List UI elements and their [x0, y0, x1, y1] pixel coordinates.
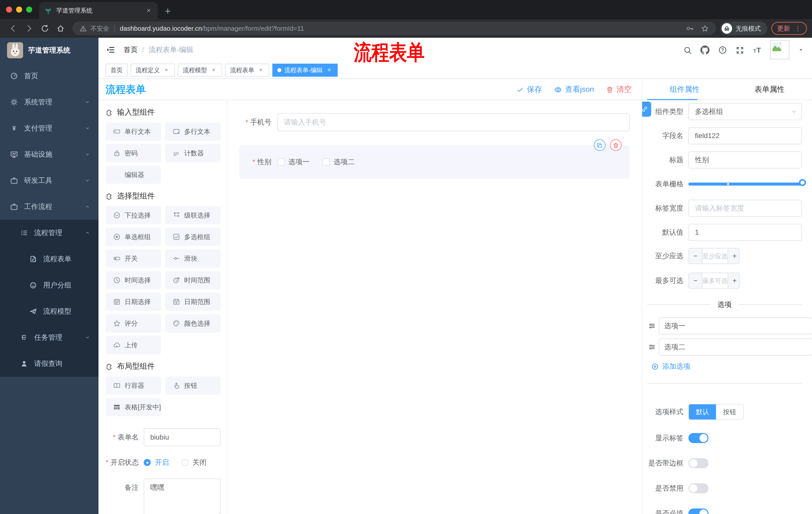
component-switch[interactable]: 开关: [106, 249, 161, 268]
checkbox-option-2[interactable]: 选项二: [323, 157, 355, 167]
stepper-minus-button[interactable]: −: [689, 248, 702, 264]
close-tag-icon[interactable]: ×: [257, 66, 264, 74]
sidebar-item-payment-mgmt[interactable]: ¥支付管理: [0, 115, 98, 141]
sidebar-item-home[interactable]: 首页: [0, 63, 98, 89]
component-color-picker[interactable]: 颜色选择: [165, 314, 221, 332]
fullscreen-icon[interactable]: [736, 45, 744, 55]
sidebar-item-process-mgmt[interactable]: 流程管理: [0, 220, 98, 246]
component-date-range[interactable]: 日期范围: [165, 293, 221, 311]
component-checkbox-group[interactable]: 多选框组: [165, 228, 221, 246]
max-select-value[interactable]: 最多可选: [702, 273, 728, 288]
duplicate-field-button[interactable]: [594, 139, 606, 151]
delete-field-button[interactable]: [610, 139, 621, 151]
browser-update-button[interactable]: 更新 ⋮: [771, 22, 807, 35]
bookmark-star-icon[interactable]: [701, 24, 709, 32]
close-tab-icon[interactable]: ×: [145, 6, 153, 15]
sidebar-item-process-model[interactable]: 流程模型: [0, 298, 98, 324]
component-slider[interactable]: 滑块: [165, 249, 221, 268]
component-time-range[interactable]: 时间范围: [165, 271, 221, 289]
default-value-input[interactable]: [688, 224, 802, 241]
breadcrumb-home[interactable]: 首页: [124, 45, 138, 55]
option-label-input[interactable]: [659, 339, 812, 356]
drag-handle-icon[interactable]: [648, 343, 656, 351]
component-row-container[interactable]: 行容器: [106, 376, 161, 395]
address-bar[interactable]: 不安全 dashboard.yudao.iocoder.cn/bpm/manag…: [72, 22, 716, 35]
close-window-button[interactable]: [6, 6, 12, 12]
close-tag-icon[interactable]: ×: [210, 66, 217, 74]
form-grid-slider[interactable]: [688, 175, 802, 193]
component-table[interactable]: 表格[开发中]: [106, 398, 161, 416]
sidebar-item-system-mgmt[interactable]: 系统管理: [0, 89, 98, 115]
toggle-disabled[interactable]: [688, 483, 708, 493]
new-tab-button[interactable]: +: [165, 6, 171, 16]
font-size-icon[interactable]: TT: [753, 45, 762, 55]
radio-status-on[interactable]: 开启: [144, 458, 169, 467]
github-icon[interactable]: [700, 45, 709, 55]
component-counter[interactable]: 123计数器: [165, 144, 221, 162]
field-phone[interactable]: 手机号: [239, 113, 630, 131]
search-icon[interactable]: [684, 45, 692, 55]
option-label-input[interactable]: [659, 317, 812, 334]
key-icon[interactable]: [686, 24, 694, 32]
window-controls[interactable]: [0, 0, 39, 19]
toggle-with-border[interactable]: [688, 458, 708, 468]
toggle-show-label[interactable]: [688, 433, 708, 443]
stepper-minus-button[interactable]: −: [689, 273, 702, 288]
add-option-button[interactable]: 添加选项: [651, 361, 802, 371]
tag-process-form-edit[interactable]: 流程表单-编辑×: [272, 64, 338, 77]
component-button[interactable]: 按钮: [165, 376, 221, 395]
help-icon[interactable]: ?: [718, 45, 727, 55]
sidebar-item-dev-tools[interactable]: 研发工具: [0, 167, 98, 194]
reload-icon[interactable]: [41, 24, 49, 33]
component-radio-group[interactable]: 单选框组: [106, 228, 161, 246]
forward-icon[interactable]: [25, 24, 34, 33]
browser-menu-icon[interactable]: ⋮: [795, 25, 801, 32]
field-name-input[interactable]: [688, 127, 802, 144]
back-icon[interactable]: [8, 24, 18, 33]
minimize-window-button[interactable]: [16, 6, 22, 12]
view-json-button[interactable]: 查看json: [554, 84, 594, 94]
component-password[interactable]: 密码: [106, 144, 161, 162]
toggle-required[interactable]: [688, 509, 708, 514]
tab-component-props[interactable]: 组件属性: [642, 79, 727, 100]
sidebar-item-user-group[interactable]: 用户分组: [0, 272, 98, 298]
label-width-input[interactable]: [688, 200, 802, 217]
avatar[interactable]: [770, 40, 789, 59]
form-name-input[interactable]: [144, 428, 221, 447]
min-select-value[interactable]: 至少应选: [702, 248, 728, 264]
drag-handle-icon[interactable]: [648, 322, 656, 330]
home-icon[interactable]: [56, 24, 65, 33]
sidebar-item-infrastructure[interactable]: 基础设施: [0, 141, 98, 167]
link-icon[interactable]: [642, 102, 651, 117]
checkbox-option-1[interactable]: 选项一: [278, 157, 310, 167]
component-upload[interactable]: 上传: [106, 336, 161, 354]
component-single-line-text[interactable]: 单行文本: [106, 123, 161, 141]
component-select[interactable]: 下拉选择: [106, 206, 161, 224]
collapse-sidebar-icon[interactable]: [106, 45, 116, 55]
phone-input[interactable]: [278, 113, 630, 131]
sidebar-item-process-form[interactable]: 流程表单: [0, 246, 98, 272]
sidebar-item-workflow[interactable]: 工作流程: [0, 194, 98, 220]
remark-textarea[interactable]: 嘿嘿: [144, 479, 221, 514]
chevron-down-icon[interactable]: [798, 47, 804, 53]
component-multi-line-text[interactable]: 多行文本: [165, 123, 221, 141]
sidebar-logo[interactable]: 芋道管理系统: [0, 38, 98, 63]
close-tag-icon[interactable]: ×: [163, 66, 170, 74]
component-type-select[interactable]: [688, 103, 802, 120]
style-default-button[interactable]: 默认: [689, 404, 716, 420]
tag-process-definition[interactable]: 流程定义×: [130, 64, 175, 77]
clear-button[interactable]: 清空: [606, 84, 632, 94]
sidebar-item-leave-query[interactable]: 请假查询: [0, 351, 98, 377]
tag-process-form[interactable]: 流程表单×: [225, 64, 269, 77]
component-rate[interactable]: 评分: [106, 314, 161, 332]
field-gender-selected[interactable]: 性别 选项一 选项二: [239, 145, 630, 179]
component-cascader[interactable]: 级联选择: [165, 206, 221, 224]
tag-process-model[interactable]: 流程模型×: [178, 64, 222, 77]
browser-tab[interactable]: 芋道管理系统 ×: [39, 2, 158, 19]
radio-status-off[interactable]: 关闭: [181, 458, 206, 467]
save-button[interactable]: 保存: [516, 84, 542, 94]
slider-handle[interactable]: [799, 179, 806, 186]
close-tag-icon[interactable]: ×: [326, 66, 332, 74]
tab-form-props[interactable]: 表单属性: [727, 79, 812, 100]
title-input[interactable]: [688, 152, 802, 168]
